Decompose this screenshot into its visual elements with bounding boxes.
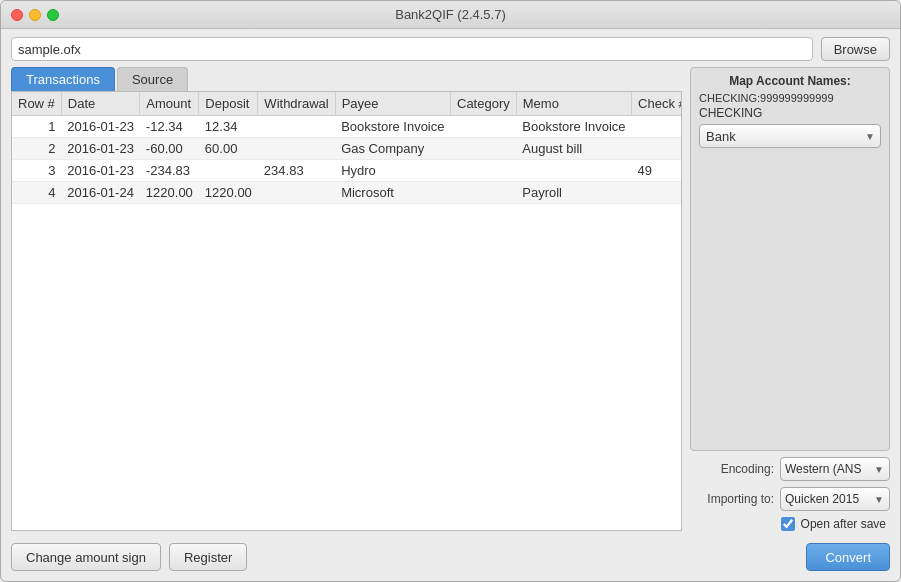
col-check: Check #	[632, 92, 682, 116]
app-window: Bank2QIF (2.4.5.7) Browse Transactions S…	[0, 0, 901, 582]
map-title: Map Account Names:	[699, 74, 881, 88]
table-cell: 60.00	[199, 138, 258, 160]
col-memo: Memo	[516, 92, 631, 116]
account-type-select[interactable]: BankCashCCardInvstOthAOthL	[699, 124, 881, 148]
browse-button[interactable]: Browse	[821, 37, 890, 61]
tab-transactions[interactable]: Transactions	[11, 67, 115, 91]
table-cell: 2016-01-23	[61, 116, 140, 138]
table-cell	[632, 138, 682, 160]
options-section: Encoding: Western (ANSUTF-8UTF-16 ▼ Impo…	[690, 457, 890, 531]
table-cell: 49	[632, 160, 682, 182]
table-cell: 2016-01-23	[61, 160, 140, 182]
table-cell: 3	[12, 160, 61, 182]
open-after-save-row: Open after save	[690, 517, 886, 531]
table-cell	[516, 160, 631, 182]
encoding-row: Encoding: Western (ANSUTF-8UTF-16 ▼	[690, 457, 890, 481]
table-cell	[451, 160, 517, 182]
table-header-row: Row # Date Amount Deposit Withdrawal Pay…	[12, 92, 682, 116]
table-cell: 1	[12, 116, 61, 138]
account-type-select-wrapper: BankCashCCardInvstOthAOthL ▼	[699, 124, 881, 148]
table-cell: -60.00	[140, 138, 199, 160]
table-cell	[632, 182, 682, 204]
table-cell: 1220.00	[199, 182, 258, 204]
importing-select[interactable]: Quicken 2015Quicken 2016MS Money	[780, 487, 890, 511]
tab-source[interactable]: Source	[117, 67, 188, 91]
map-account-line: CHECKING:999999999999	[699, 92, 881, 104]
table-row[interactable]: 42016-01-241220.001220.00MicrosoftPayrol…	[12, 182, 682, 204]
minimize-button[interactable]	[29, 9, 41, 21]
convert-button[interactable]: Convert	[806, 543, 890, 571]
encoding-label: Encoding:	[721, 462, 774, 476]
table-cell: Payroll	[516, 182, 631, 204]
window-title: Bank2QIF (2.4.5.7)	[395, 7, 506, 22]
table-cell: 1220.00	[140, 182, 199, 204]
main-content: Browse Transactions Source Row #	[1, 29, 900, 581]
titlebar: Bank2QIF (2.4.5.7)	[1, 1, 900, 29]
col-row: Row #	[12, 92, 61, 116]
importing-label: Importing to:	[707, 492, 774, 506]
table-cell: Microsoft	[335, 182, 450, 204]
table-cell: -12.34	[140, 116, 199, 138]
table-row[interactable]: 12016-01-23-12.3412.34Bookstore InvoiceB…	[12, 116, 682, 138]
col-amount: Amount	[140, 92, 199, 116]
main-area: Transactions Source Row # Date Amount De…	[11, 67, 890, 531]
col-withdrawal: Withdrawal	[258, 92, 335, 116]
maximize-button[interactable]	[47, 9, 59, 21]
table-cell: 12.34	[199, 116, 258, 138]
col-category: Category	[451, 92, 517, 116]
left-panel: Transactions Source Row # Date Amount De…	[11, 67, 682, 531]
table-cell: 2	[12, 138, 61, 160]
change-amount-sign-button[interactable]: Change amount sign	[11, 543, 161, 571]
table-cell: 4	[12, 182, 61, 204]
table-cell	[258, 116, 335, 138]
table-cell	[258, 138, 335, 160]
traffic-lights	[11, 9, 59, 21]
open-after-save-checkbox[interactable]	[781, 517, 795, 531]
encoding-select[interactable]: Western (ANSUTF-8UTF-16	[780, 457, 890, 481]
table-cell: Gas Company	[335, 138, 450, 160]
table-cell: August bill	[516, 138, 631, 160]
file-path-input[interactable]	[11, 37, 813, 61]
col-date: Date	[61, 92, 140, 116]
table-cell: 2016-01-24	[61, 182, 140, 204]
table-cell: Bookstore Invoice	[516, 116, 631, 138]
right-panel: Map Account Names: CHECKING:999999999999…	[690, 67, 890, 531]
bottom-bar: Change amount sign Register Convert	[11, 537, 890, 573]
table-row[interactable]: 32016-01-23-234.83234.83Hydro49	[12, 160, 682, 182]
table-cell	[451, 138, 517, 160]
transactions-table: Row # Date Amount Deposit Withdrawal Pay…	[12, 92, 682, 204]
map-account-name: CHECKING	[699, 106, 881, 120]
bottom-left-buttons: Change amount sign Register	[11, 543, 247, 571]
table-cell	[451, 182, 517, 204]
table-cell: Bookstore Invoice	[335, 116, 450, 138]
table-cell	[451, 116, 517, 138]
importing-select-wrapper: Quicken 2015Quicken 2016MS Money ▼	[780, 487, 890, 511]
table-cell: Hydro	[335, 160, 450, 182]
table-cell	[199, 160, 258, 182]
table-cell: 2016-01-23	[61, 138, 140, 160]
map-section: Map Account Names: CHECKING:999999999999…	[690, 67, 890, 451]
encoding-select-wrapper: Western (ANSUTF-8UTF-16 ▼	[780, 457, 890, 481]
register-button[interactable]: Register	[169, 543, 247, 571]
importing-row: Importing to: Quicken 2015Quicken 2016MS…	[690, 487, 890, 511]
open-after-save-label: Open after save	[801, 517, 886, 531]
close-button[interactable]	[11, 9, 23, 21]
top-bar: Browse	[11, 37, 890, 61]
table-cell: -234.83	[140, 160, 199, 182]
table-cell	[258, 182, 335, 204]
transactions-table-container: Row # Date Amount Deposit Withdrawal Pay…	[11, 91, 682, 531]
table-row[interactable]: 22016-01-23-60.0060.00Gas CompanyAugust …	[12, 138, 682, 160]
col-deposit: Deposit	[199, 92, 258, 116]
table-cell	[632, 116, 682, 138]
table-cell: 234.83	[258, 160, 335, 182]
tabs: Transactions Source	[11, 67, 682, 91]
col-payee: Payee	[335, 92, 450, 116]
